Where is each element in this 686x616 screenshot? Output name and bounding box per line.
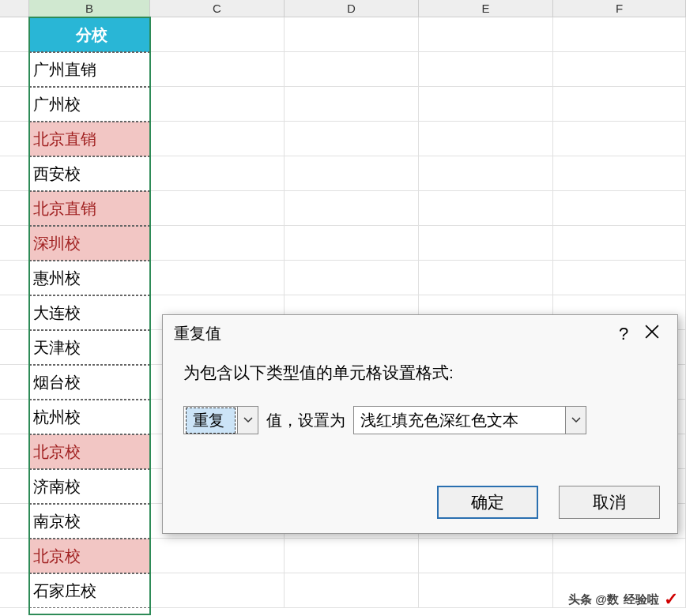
dialog-titlebar[interactable]: 重复值 ? xyxy=(163,315,677,352)
help-button[interactable]: ? xyxy=(609,324,638,344)
empty-cell[interactable] xyxy=(150,191,285,226)
data-cell[interactable]: 北京校 xyxy=(29,539,150,573)
close-icon xyxy=(645,325,659,339)
empty-cell[interactable] xyxy=(150,122,285,156)
data-cell[interactable]: 广州校 xyxy=(29,87,150,122)
dialog-prompt: 为包含以下类型值的单元格设置格式: xyxy=(183,362,657,384)
empty-cell[interactable] xyxy=(553,156,686,191)
data-cell[interactable]: 北京直销 xyxy=(29,191,150,226)
format-dropdown[interactable]: 浅红填充色深红色文本 xyxy=(353,406,586,434)
data-row: 北京直销 xyxy=(0,122,686,156)
empty-cell[interactable] xyxy=(0,17,29,52)
empty-cell[interactable] xyxy=(419,17,553,52)
column-header-cell[interactable]: 分校 xyxy=(29,17,150,52)
empty-cell[interactable] xyxy=(0,539,29,573)
empty-cell[interactable] xyxy=(553,539,686,573)
close-button[interactable] xyxy=(638,325,666,343)
data-cell[interactable]: 天津校 xyxy=(29,330,150,365)
data-cell[interactable]: 广州直销 xyxy=(29,52,150,87)
type-dropdown[interactable]: 重复 xyxy=(183,406,258,434)
empty-cell[interactable] xyxy=(0,52,29,87)
empty-cell[interactable] xyxy=(553,226,686,261)
empty-cell[interactable] xyxy=(553,122,686,156)
empty-cell[interactable] xyxy=(150,573,285,608)
dialog-body: 为包含以下类型值的单元格设置格式: 重复 值，设置为 浅红填充色深红色文本 xyxy=(163,352,677,444)
data-cell[interactable]: 石家庄校 xyxy=(29,573,150,608)
empty-cell[interactable] xyxy=(0,434,29,469)
data-cell[interactable]: 烟台校 xyxy=(29,365,150,400)
empty-cell[interactable] xyxy=(285,122,419,156)
data-cell[interactable]: 西安校 xyxy=(29,156,150,191)
empty-cell[interactable] xyxy=(285,156,419,191)
dialog-controls: 重复 值，设置为 浅红填充色深红色文本 xyxy=(183,406,657,434)
empty-cell[interactable] xyxy=(419,87,553,122)
empty-cell[interactable] xyxy=(0,469,29,504)
ok-button[interactable]: 确定 xyxy=(437,486,538,519)
empty-cell[interactable] xyxy=(0,295,29,330)
data-cell[interactable]: 北京校 xyxy=(29,434,150,469)
empty-cell[interactable] xyxy=(0,573,29,608)
data-cell[interactable]: 深圳校 xyxy=(29,226,150,261)
empty-cell[interactable] xyxy=(285,226,419,261)
col-header-b[interactable]: B xyxy=(29,0,150,17)
empty-cell[interactable] xyxy=(419,226,553,261)
empty-cell[interactable] xyxy=(0,261,29,295)
empty-cell[interactable] xyxy=(0,87,29,122)
empty-cell[interactable] xyxy=(0,504,29,539)
data-row: 北京直销 xyxy=(0,191,686,226)
data-row: 广州校 xyxy=(0,87,686,122)
empty-cell[interactable] xyxy=(285,87,419,122)
empty-cell[interactable] xyxy=(0,122,29,156)
empty-cell[interactable] xyxy=(0,400,29,434)
data-cell[interactable]: 大连校 xyxy=(29,295,150,330)
empty-cell[interactable] xyxy=(419,573,553,608)
empty-cell[interactable] xyxy=(150,539,285,573)
data-cell[interactable]: 北京直销 xyxy=(29,122,150,156)
data-cell[interactable]: 杭州校 xyxy=(29,400,150,434)
data-cell[interactable]: 南京校 xyxy=(29,504,150,539)
empty-cell[interactable] xyxy=(0,191,29,226)
empty-cell[interactable] xyxy=(150,261,285,295)
col-header-f[interactable]: F xyxy=(553,0,686,17)
data-row: 深圳校 xyxy=(0,226,686,261)
data-row: 北京校 xyxy=(0,539,686,573)
chevron-down-icon xyxy=(571,417,581,423)
empty-cell[interactable] xyxy=(419,261,553,295)
empty-cell[interactable] xyxy=(419,539,553,573)
col-header-d[interactable]: D xyxy=(285,0,419,17)
empty-cell[interactable] xyxy=(553,17,686,52)
empty-cell[interactable] xyxy=(0,365,29,400)
empty-cell[interactable] xyxy=(285,17,419,52)
empty-cell[interactable] xyxy=(419,156,553,191)
empty-cell[interactable] xyxy=(419,191,553,226)
empty-cell[interactable] xyxy=(553,261,686,295)
empty-cell[interactable] xyxy=(0,330,29,365)
empty-cell[interactable] xyxy=(150,226,285,261)
header-row: 分校 xyxy=(0,17,686,52)
empty-cell[interactable] xyxy=(150,52,285,87)
empty-cell[interactable] xyxy=(419,122,553,156)
col-header-c[interactable]: C xyxy=(150,0,285,17)
empty-cell[interactable] xyxy=(553,52,686,87)
cancel-button[interactable]: 取消 xyxy=(559,486,660,519)
type-dropdown-button[interactable] xyxy=(237,407,258,434)
format-dropdown-button[interactable] xyxy=(565,407,586,434)
empty-cell[interactable] xyxy=(419,52,553,87)
empty-cell[interactable] xyxy=(285,261,419,295)
empty-cell[interactable] xyxy=(285,573,419,608)
empty-cell[interactable] xyxy=(150,87,285,122)
empty-cell[interactable] xyxy=(285,52,419,87)
empty-cell[interactable] xyxy=(0,226,29,261)
empty-cell[interactable] xyxy=(553,87,686,122)
format-dropdown-value: 浅红填充色深红色文本 xyxy=(354,407,565,434)
data-cell[interactable]: 济南校 xyxy=(29,469,150,504)
col-header-e[interactable]: E xyxy=(419,0,553,17)
col-header-a[interactable] xyxy=(0,0,29,17)
empty-cell[interactable] xyxy=(150,156,285,191)
empty-cell[interactable] xyxy=(553,191,686,226)
empty-cell[interactable] xyxy=(285,191,419,226)
empty-cell[interactable] xyxy=(0,156,29,191)
empty-cell[interactable] xyxy=(150,17,285,52)
empty-cell[interactable] xyxy=(285,539,419,573)
data-cell[interactable]: 惠州校 xyxy=(29,261,150,295)
